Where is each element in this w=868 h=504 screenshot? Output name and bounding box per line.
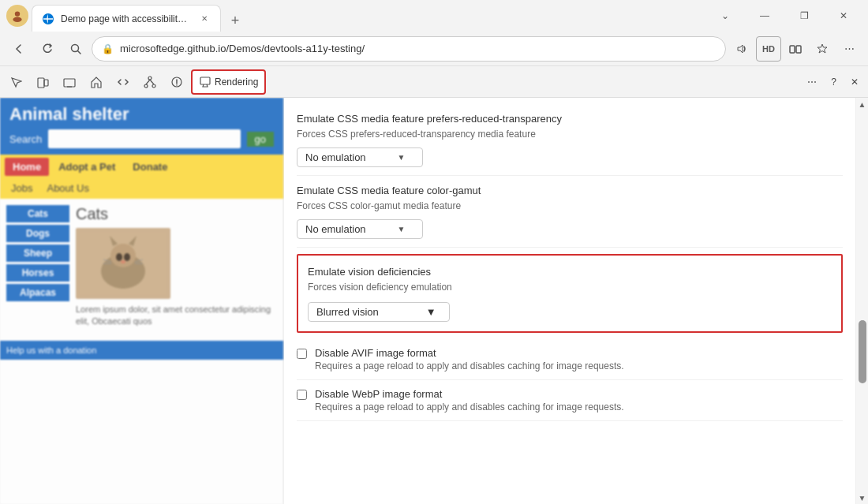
- preview-search-button[interactable]: go: [247, 132, 274, 147]
- sidebar-dogs[interactable]: Dogs: [6, 225, 69, 242]
- window-controls: ⌄ — ❐ ✕: [707, 3, 862, 28]
- vision-deficiencies-group: Emulate vision deficiencies Forces visio…: [297, 254, 843, 333]
- responsive-tool-button[interactable]: [57, 69, 82, 95]
- panel-scrollbar-thumb[interactable]: [859, 320, 866, 383]
- title-bar: Demo page with accessibility iss ✕ + ⌄ —…: [0, 0, 868, 32]
- panel-scrollbar-track: [856, 110, 868, 491]
- svg-point-18: [176, 84, 178, 86]
- rendering-tool-button[interactable]: Rendering: [191, 69, 266, 95]
- vision-value: Blurred vision: [316, 306, 379, 318]
- preview-sub-about[interactable]: About Us: [40, 181, 95, 196]
- preview-search-input[interactable]: [48, 129, 240, 148]
- help-button[interactable]: ?: [825, 69, 843, 95]
- panel-inner: Emulate CSS media feature prefers-reduce…: [284, 98, 868, 504]
- lock-icon: 🔒: [102, 43, 114, 54]
- restore-button[interactable]: ❐: [786, 3, 822, 28]
- new-tab-button[interactable]: +: [224, 9, 246, 32]
- tab-dropdown-button[interactable]: ⌄: [707, 3, 743, 28]
- devtools-toolbar: Rendering ⋯ ? ✕: [0, 66, 868, 98]
- immersive-reader-button[interactable]: [783, 36, 808, 62]
- preview-content: Cats Dogs Sheep Horses Alpacas Cats: [0, 199, 283, 334]
- svg-line-4: [78, 50, 81, 54]
- active-tab[interactable]: Demo page with accessibility iss ✕: [32, 5, 221, 32]
- browser-chrome: Demo page with accessibility iss ✕ + ⌄ —…: [0, 0, 868, 504]
- webp-label-group: Disable WebP image format Requires a pag…: [315, 388, 624, 413]
- avif-checkbox-group: Disable AVIF image format Requires a pag…: [297, 339, 843, 380]
- favorites-button[interactable]: [810, 36, 835, 62]
- svg-point-12: [144, 84, 148, 88]
- network-tool-button[interactable]: [137, 69, 163, 95]
- close-button[interactable]: ✕: [825, 3, 862, 28]
- back-button[interactable]: [6, 36, 32, 62]
- home-tool-button[interactable]: [84, 69, 109, 95]
- tab-close-button[interactable]: ✕: [198, 13, 211, 25]
- color-gamut-value: No emulation: [305, 223, 366, 235]
- preview-nav-adopt[interactable]: Adopt a Pet: [51, 158, 123, 176]
- devtools-close-button[interactable]: ✕: [844, 69, 865, 95]
- more-tools-button[interactable]: ⋯: [801, 69, 823, 95]
- vision-label: Emulate vision deficiencies: [308, 265, 832, 279]
- avif-label-group: Disable AVIF image format Requires a pag…: [315, 347, 624, 371]
- reduced-transparency-chevron: ▼: [398, 153, 406, 162]
- reduced-transparency-value: No emulation: [305, 151, 366, 163]
- sidebar-cats[interactable]: Cats: [6, 205, 69, 222]
- main-layout: Animal shelter Search go Home Adopt a Pe…: [0, 98, 868, 504]
- color-gamut-select[interactable]: No emulation ▼: [297, 219, 423, 239]
- inspect-tool-button[interactable]: [3, 69, 28, 95]
- sidebar-sheep[interactable]: Sheep: [6, 245, 69, 262]
- preview-donation-box: Help us with a donation: [0, 341, 283, 360]
- issues-tool-button[interactable]: [164, 69, 189, 95]
- panel-scroll-up-button[interactable]: ▲: [856, 98, 868, 110]
- reduced-transparency-group: Emulate CSS media feature prefers-reduce…: [297, 104, 843, 176]
- svg-point-0: [15, 11, 20, 16]
- preview-search-label: Search: [9, 133, 42, 145]
- svg-line-14: [146, 80, 150, 84]
- svg-rect-7: [38, 78, 44, 88]
- address-bar[interactable]: 🔒 microsoftedge.github.io/Demos/devtools…: [92, 36, 726, 62]
- tab-bar: Demo page with accessibility iss ✕ +: [32, 0, 704, 32]
- reduced-transparency-select[interactable]: No emulation ▼: [297, 147, 423, 167]
- minimize-button[interactable]: —: [746, 3, 783, 28]
- rendering-tool-label: Rendering: [215, 77, 258, 88]
- preview-site-title: Animal shelter: [9, 104, 274, 125]
- color-gamut-sublabel: Forces CSS color-gamut media feature: [297, 200, 843, 213]
- search-button[interactable]: [63, 36, 88, 62]
- svg-rect-8: [44, 80, 48, 86]
- sidebar-alpacas[interactable]: Alpacas: [6, 284, 69, 301]
- svg-rect-6: [796, 46, 801, 53]
- reload-button[interactable]: [35, 36, 60, 62]
- webp-sublabel: Requires a page reload to apply and disa…: [315, 401, 624, 413]
- webp-checkbox[interactable]: [297, 390, 307, 400]
- sidebar-horses[interactable]: Horses: [6, 264, 69, 282]
- svg-rect-9: [64, 79, 75, 87]
- address-text: microsoftedge.github.io/Demos/devtools-a…: [120, 43, 716, 54]
- browser-preview: Animal shelter Search go Home Adopt a Pe…: [0, 98, 284, 504]
- preview-sub-jobs[interactable]: Jobs: [5, 181, 39, 196]
- panel-scroll-down-button[interactable]: ▼: [856, 491, 868, 504]
- avif-label: Disable AVIF image format: [315, 347, 624, 359]
- rendering-panel: Emulate CSS media feature prefers-reduce…: [284, 98, 855, 504]
- read-aloud-button[interactable]: [729, 36, 754, 62]
- reduced-transparency-sublabel: Forces CSS prefers-reduced-transparency …: [297, 128, 843, 141]
- device-tool-button[interactable]: [30, 69, 55, 95]
- profile-avatar[interactable]: [6, 5, 28, 27]
- preview-header: Animal shelter Search go: [0, 98, 283, 155]
- nav-actions: HD ⋯: [729, 36, 862, 62]
- preview-sidebar: Cats Dogs Sheep Horses Alpacas: [6, 205, 69, 328]
- svg-point-13: [152, 84, 155, 88]
- source-tool-button[interactable]: [110, 69, 136, 95]
- hd-button[interactable]: HD: [756, 36, 781, 62]
- color-gamut-select-wrapper: No emulation ▼: [297, 219, 843, 239]
- vision-select[interactable]: Blurred vision ▼: [308, 302, 450, 322]
- webp-checkbox-group: Disable WebP image format Requires a pag…: [297, 380, 843, 421]
- avif-checkbox[interactable]: [297, 349, 307, 359]
- svg-point-1: [13, 17, 21, 22]
- webp-label: Disable WebP image format: [315, 388, 624, 400]
- tab-title: Demo page with accessibility iss: [61, 13, 192, 24]
- preview-nav-home[interactable]: Home: [5, 158, 49, 176]
- tab-favicon: [42, 13, 54, 25]
- preview-sub-nav: Jobs About Us: [0, 179, 283, 199]
- svg-rect-5: [790, 46, 795, 53]
- preview-nav-donate[interactable]: Donate: [125, 158, 175, 176]
- more-options-button[interactable]: ⋯: [836, 36, 862, 62]
